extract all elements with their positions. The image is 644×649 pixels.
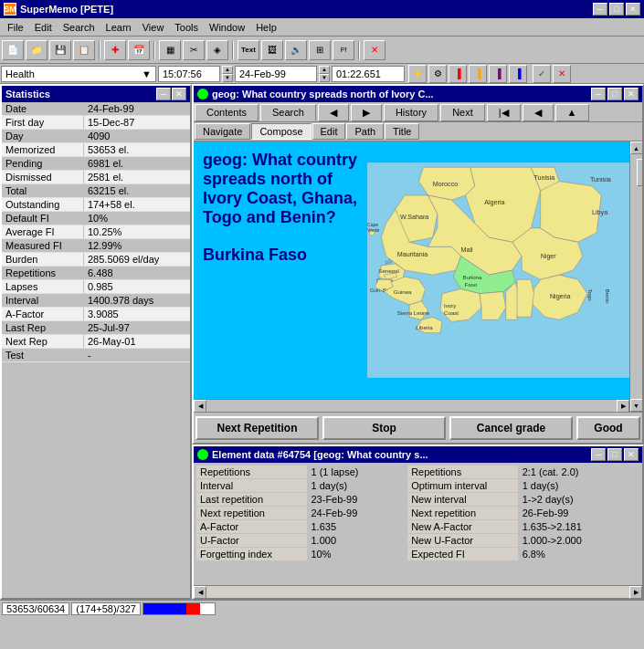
value-new-afactor: 1.635->2.181 [518, 520, 639, 534]
stats-table: Date24-Feb-99First day15-Dec-87Day4090Me… [2, 102, 190, 598]
health-dropdown-arrow[interactable]: ▼ [142, 68, 152, 79]
date-spinner[interactable]: ▲ ▼ [319, 66, 330, 82]
tb-sep3 [232, 41, 234, 59]
subnav-title[interactable]: Title [385, 123, 419, 140]
stats-minimize[interactable]: ─ [156, 88, 171, 100]
health-dropdown[interactable]: Health ▼ [1, 66, 156, 82]
tab-search[interactable]: Search [260, 104, 316, 121]
subnav-path[interactable]: Path [346, 123, 384, 140]
tab-contents[interactable]: Contents [195, 104, 259, 121]
menu-search[interactable]: Search [58, 20, 100, 35]
time-down[interactable]: ▼ [222, 74, 233, 82]
date-down[interactable]: ▼ [319, 74, 330, 82]
stats-title-buttons[interactable]: ─ ✕ [156, 88, 186, 100]
label-new-interval: New interval [407, 493, 519, 507]
stat-value: 10.25% [84, 225, 190, 238]
svg-text:Tunisia: Tunisia [590, 176, 611, 183]
tb-save[interactable]: 💾 [49, 40, 71, 60]
tab-next-arrow[interactable]: ▶ [351, 104, 382, 121]
tb-add[interactable]: ✚ [104, 40, 126, 60]
minimize-button[interactable]: ─ [593, 3, 607, 16]
tb-delete[interactable]: ✕ [364, 40, 385, 60]
vert-scrollbar[interactable]: ▲ ▼ [629, 141, 642, 412]
menu-edit[interactable]: Edit [29, 20, 58, 35]
stats-close[interactable]: ✕ [172, 88, 186, 100]
el-scroll-right[interactable]: ▶ [629, 586, 642, 599]
progress-blue [143, 603, 186, 614]
tab-next[interactable]: Next [440, 104, 485, 121]
tab-prev2[interactable]: ◀ [523, 104, 554, 121]
tb-sound[interactable]: 🔊 [285, 40, 307, 60]
menu-tools[interactable]: Tools [169, 20, 204, 35]
label-repetitions-right: Repetitions [407, 466, 519, 479]
tb-copy[interactable]: 📋 [73, 40, 95, 60]
label-expected-fi: Expected FI [407, 548, 519, 561]
horiz-left-arrow[interactable]: ◀ [194, 400, 206, 413]
title-bar-buttons[interactable]: ─ □ ✕ [593, 3, 640, 16]
q-minimize[interactable]: ─ [591, 88, 606, 100]
cancel-grade-button[interactable]: Cancel grade [449, 416, 573, 440]
tb-b5[interactable]: Ff [333, 40, 354, 60]
vert-thumb[interactable] [637, 159, 643, 186]
health-btn4[interactable]: ▐ [469, 65, 487, 83]
menu-file[interactable]: File [2, 20, 29, 35]
menu-help[interactable]: Help [250, 20, 282, 35]
maximize-button[interactable]: □ [609, 3, 624, 16]
next-repetition-button[interactable]: Next Repetition [195, 416, 319, 440]
health-btn1[interactable]: ⚡ [408, 65, 427, 83]
menu-view[interactable]: View [137, 20, 170, 35]
menu-learn[interactable]: Learn [100, 20, 137, 35]
tb-b1[interactable]: ▦ [159, 40, 181, 60]
subnav-navigate[interactable]: Navigate [195, 123, 250, 140]
tb-new[interactable]: 📄 [2, 40, 24, 60]
tb-b3[interactable]: ◈ [206, 40, 228, 60]
question-text-area: geog: What country spreads north of Ivor… [194, 141, 367, 399]
el-scroll-track[interactable] [206, 586, 629, 598]
health-btn2[interactable]: ⚙ [428, 65, 447, 83]
tb-b2[interactable]: ✂ [183, 40, 205, 60]
value-repetitions-right: 2:1 (cat. 2.0) [518, 466, 639, 479]
health-btn3[interactable]: ▐ [449, 65, 467, 83]
tb-open[interactable]: 📁 [26, 40, 48, 60]
tab-history[interactable]: History [384, 104, 438, 121]
time-up[interactable]: ▲ [222, 66, 233, 74]
subnav-compose[interactable]: Compose [251, 123, 311, 140]
q-close[interactable]: ✕ [624, 88, 639, 100]
el-horiz-scrollbar[interactable]: ◀ ▶ [194, 585, 642, 598]
horiz-right-arrow[interactable]: ▶ [617, 400, 629, 413]
el-scroll-left[interactable]: ◀ [194, 586, 206, 599]
grade-button[interactable]: Good [576, 416, 640, 440]
el-minimize[interactable]: ─ [591, 448, 606, 461]
tab-up[interactable]: ▲ [555, 104, 589, 121]
tab-prev[interactable]: ◀ [318, 104, 349, 121]
vert-up-arrow[interactable]: ▲ [630, 141, 643, 154]
stat-label: Burden [2, 253, 84, 266]
tb-b4[interactable]: ⊞ [309, 40, 331, 60]
date-up[interactable]: ▲ [319, 66, 330, 74]
status-bar: 53653/60634 (174+58)/327 [0, 600, 644, 616]
el-maximize[interactable]: □ [607, 448, 622, 461]
stat-value: 12.99% [84, 239, 190, 252]
tab-first[interactable]: |◀ [487, 104, 521, 121]
menu-window[interactable]: Window [204, 20, 250, 35]
health-x[interactable]: ✕ [553, 65, 571, 83]
stop-button[interactable]: Stop [322, 416, 446, 440]
vert-down-arrow[interactable]: ▼ [630, 399, 643, 412]
q-maximize[interactable]: □ [607, 88, 622, 100]
tb-text[interactable]: Text [238, 40, 259, 60]
subnav-edit[interactable]: Edit [312, 123, 346, 140]
el-close[interactable]: ✕ [624, 448, 639, 461]
stats-title: Statistics [5, 89, 50, 99]
tb-calendar[interactable]: 📅 [128, 40, 150, 60]
tb-img[interactable]: 🖼 [261, 40, 283, 60]
time-spinner[interactable]: ▲ ▼ [222, 66, 233, 82]
health-btn6[interactable]: ▐ [509, 65, 527, 83]
close-button[interactable]: ✕ [626, 3, 640, 16]
health-close[interactable]: ✓ [533, 65, 551, 83]
toolbar: 📄 📁 💾 📋 ✚ 📅 ▦ ✂ ◈ Text 🖼 🔊 ⊞ Ff ✕ [0, 37, 644, 64]
horiz-scrollbar[interactable]: ◀ ▶ [194, 399, 629, 412]
value-last-rep: 23-Feb-99 [307, 493, 407, 507]
el-content: Repetitions 1 (1 lapse) Repetitions 2:1 … [194, 463, 642, 585]
health-btn5[interactable]: ▐ [489, 65, 507, 83]
value-expected-fi: 6.8% [518, 548, 639, 561]
